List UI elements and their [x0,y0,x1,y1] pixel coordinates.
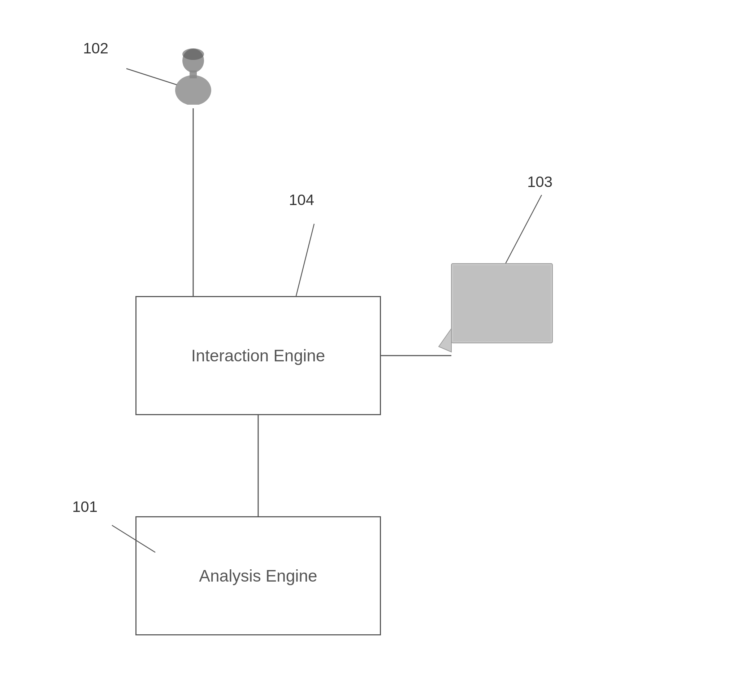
analysis-engine-box: Analysis Engine [135,516,381,635]
person-figure [170,47,217,105]
interaction-engine-box: Interaction Engine [135,296,381,415]
person-icon [170,47,217,105]
svg-line-0 [127,69,177,85]
analysis-engine-label: Analysis Engine [199,566,317,585]
svg-rect-17 [190,71,197,78]
label-103: 103 [527,173,553,191]
label-104: 104 [289,191,314,209]
svg-rect-7 [452,263,553,343]
svg-line-1 [296,224,314,296]
label-101: 101 [72,498,97,516]
svg-point-15 [182,49,204,60]
interaction-engine-label: Interaction Engine [191,346,325,365]
svg-marker-9 [439,328,452,352]
svg-line-2 [506,195,541,263]
label-102: 102 [83,40,108,57]
svg-rect-10 [453,265,551,341]
svg-point-16 [175,75,211,105]
diagram-container: 102 104 103 101 Interaction Engine Analy… [0,0,737,700]
